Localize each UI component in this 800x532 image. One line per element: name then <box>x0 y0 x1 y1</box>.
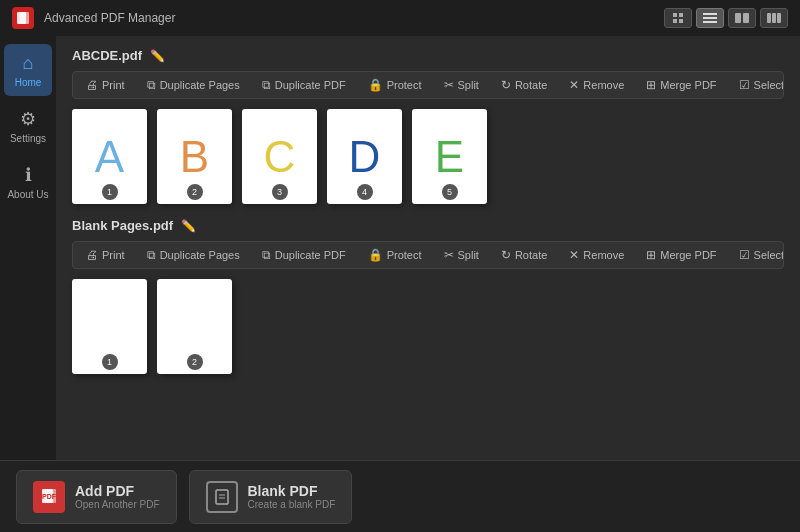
svg-rect-10 <box>743 13 749 23</box>
blank-page-card-1: 1 <box>72 279 147 374</box>
sidebar-label-settings: Settings <box>10 133 46 144</box>
btn-protect-abcde[interactable]: 🔒 Protect <box>361 75 429 95</box>
btn-split-abcde[interactable]: ✂ Split <box>437 75 486 95</box>
home-icon: ⌂ <box>23 53 34 74</box>
blank-pdf-icon <box>206 481 238 513</box>
svg-rect-12 <box>772 13 776 23</box>
svg-rect-1 <box>20 12 29 24</box>
view-btn-3[interactable] <box>760 8 788 28</box>
page-num-5: 5 <box>442 184 458 200</box>
btn-duplicate-pages-blank[interactable]: ⧉ Duplicate Pages <box>140 245 247 265</box>
pdf-section-abcde: ABCDE.pdf ✏️ 🖨 Print ⧉ Duplicate Pages ⧉… <box>72 48 784 204</box>
svg-rect-6 <box>703 13 717 15</box>
pdf-filename-blank: Blank Pages.pdf <box>72 218 173 233</box>
selectall-icon-b: ☑ <box>739 248 750 262</box>
blank-page-num-2: 2 <box>187 354 203 370</box>
pdf-header-blank: Blank Pages.pdf ✏️ <box>72 218 784 233</box>
print-icon-b: 🖨 <box>86 248 98 262</box>
btn-duplicate-pages-abcde[interactable]: ⧉ Duplicate Pages <box>140 75 247 95</box>
page-letter-2: B <box>180 132 209 182</box>
svg-rect-13 <box>777 13 781 23</box>
svg-rect-11 <box>767 13 771 23</box>
split-icon: ✂ <box>444 78 454 92</box>
svg-rect-17 <box>216 490 228 504</box>
page-thumb-5[interactable]: E 5 <box>412 109 487 204</box>
svg-rect-7 <box>703 17 717 19</box>
page-thumb-2[interactable]: B 2 <box>157 109 232 204</box>
add-pdf-icon: PDF <box>33 481 65 513</box>
sidebar-item-settings[interactable]: ⚙ Settings <box>4 100 52 152</box>
remove-icon: ✕ <box>569 78 579 92</box>
btn-print-blank[interactable]: 🖨 Print <box>79 245 132 265</box>
btn-selectall-blank[interactable]: ☑ Select All <box>732 245 784 265</box>
print-icon: 🖨 <box>86 78 98 92</box>
sidebar-label-home: Home <box>15 77 42 88</box>
btn-rotate-blank[interactable]: ↻ Rotate <box>494 245 554 265</box>
sidebar-item-about[interactable]: ℹ About Us <box>4 156 52 208</box>
rotate-icon: ↻ <box>501 78 511 92</box>
duplicate-pages-icon: ⧉ <box>147 78 156 92</box>
sidebar-item-home[interactable]: ⌂ Home <box>4 44 52 96</box>
blank-page-card-2: 2 <box>157 279 232 374</box>
page-card-1: A 1 <box>72 109 147 204</box>
settings-icon: ⚙ <box>20 108 36 130</box>
main-layout: ⌂ Home ⚙ Settings ℹ About Us ABCDE.pdf ✏… <box>0 36 800 460</box>
bottom-bar: PDF Add PDF Open Another PDF Blank PDF C… <box>0 460 800 532</box>
btn-protect-blank[interactable]: 🔒 Protect <box>361 245 429 265</box>
btn-remove-abcde[interactable]: ✕ Remove <box>562 75 631 95</box>
add-pdf-text: Add PDF Open Another PDF <box>75 483 160 510</box>
pages-row-blank: 1 2 <box>72 279 784 374</box>
btn-rotate-abcde[interactable]: ↻ Rotate <box>494 75 554 95</box>
pages-row-abcde: A 1 B 2 C 3 <box>72 109 784 204</box>
duplicate-pdf-icon: ⧉ <box>262 78 271 92</box>
add-pdf-label: Add PDF <box>75 483 160 499</box>
btn-print-abcde[interactable]: 🖨 Print <box>79 75 132 95</box>
blank-pdf-sub: Create a blank PDF <box>248 499 336 510</box>
blank-pdf-text: Blank PDF Create a blank PDF <box>248 483 336 510</box>
rotate-icon-b: ↻ <box>501 248 511 262</box>
view-btn-1[interactable] <box>696 8 724 28</box>
view-switcher <box>664 8 788 28</box>
app-title: Advanced PDF Manager <box>44 11 175 25</box>
blank-page-thumb-2[interactable]: 2 <box>157 279 232 374</box>
btn-split-blank[interactable]: ✂ Split <box>437 245 486 265</box>
page-card-2: B 2 <box>157 109 232 204</box>
pdf-edit-icon-blank[interactable]: ✏️ <box>181 219 196 233</box>
page-num-4: 4 <box>357 184 373 200</box>
titlebar: Advanced PDF Manager <box>0 0 800 36</box>
btn-merge-abcde[interactable]: ⊞ Merge PDF <box>639 75 723 95</box>
page-thumb-1[interactable]: A 1 <box>72 109 147 204</box>
app-logo <box>12 7 34 29</box>
protect-icon-b: 🔒 <box>368 248 383 262</box>
btn-selectall-abcde[interactable]: ☑ Select All <box>732 75 784 95</box>
add-pdf-button[interactable]: PDF Add PDF Open Another PDF <box>16 470 177 524</box>
page-card-5: E 5 <box>412 109 487 204</box>
page-thumb-3[interactable]: C 3 <box>242 109 317 204</box>
protect-icon: 🔒 <box>368 78 383 92</box>
svg-rect-8 <box>703 21 717 23</box>
pdf-edit-icon-abcde[interactable]: ✏️ <box>150 49 165 63</box>
page-thumb-4[interactable]: D 4 <box>327 109 402 204</box>
duplicate-pages-icon-b: ⧉ <box>147 248 156 262</box>
split-icon-b: ✂ <box>444 248 454 262</box>
svg-rect-2 <box>673 13 677 17</box>
blank-pdf-label: Blank PDF <box>248 483 336 499</box>
page-letter-1: A <box>95 132 124 182</box>
view-btn-0[interactable] <box>664 8 692 28</box>
page-letter-4: D <box>349 132 381 182</box>
merge-icon: ⊞ <box>646 78 656 92</box>
btn-duplicate-pdf-blank[interactable]: ⧉ Duplicate PDF <box>255 245 353 265</box>
btn-duplicate-pdf-abcde[interactable]: ⧉ Duplicate PDF <box>255 75 353 95</box>
toolbar-abcde: 🖨 Print ⧉ Duplicate Pages ⧉ Duplicate PD… <box>72 71 784 99</box>
svg-rect-9 <box>735 13 741 23</box>
blank-page-thumb-1[interactable]: 1 <box>72 279 147 374</box>
add-pdf-sub: Open Another PDF <box>75 499 160 510</box>
sidebar: ⌂ Home ⚙ Settings ℹ About Us <box>0 36 56 460</box>
view-btn-2[interactable] <box>728 8 756 28</box>
content-area: ABCDE.pdf ✏️ 🖨 Print ⧉ Duplicate Pages ⧉… <box>56 36 800 460</box>
sidebar-label-about: About Us <box>7 189 48 200</box>
btn-remove-blank[interactable]: ✕ Remove <box>562 245 631 265</box>
blank-pdf-button[interactable]: Blank PDF Create a blank PDF <box>189 470 353 524</box>
page-card-4: D 4 <box>327 109 402 204</box>
btn-merge-blank[interactable]: ⊞ Merge PDF <box>639 245 723 265</box>
